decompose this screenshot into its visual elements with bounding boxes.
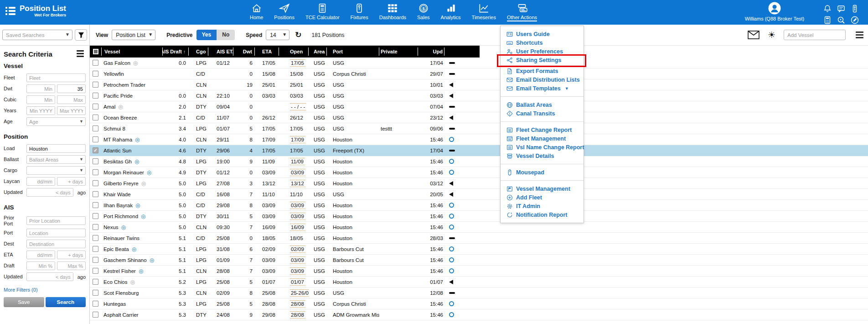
row-checkbox[interactable]: [93, 104, 98, 110]
vessel-cell[interactable]: Asphalt Carrier: [102, 309, 163, 320]
menu-item-add-fleet[interactable]: Add Fleet: [501, 193, 584, 202]
vessel-name[interactable]: Scot Flensburg: [103, 290, 139, 296]
table-row[interactable]: Scot Flensburg5.3CLN02/09825/0825-26/08U…: [90, 287, 868, 298]
table-row[interactable]: Schmui 83.4LPG01/07517/0517/05USGUSGtest…: [90, 123, 868, 134]
vessel-name[interactable]: Port Richmond: [103, 214, 138, 219]
vessel-name[interactable]: Morgan Reinauer: [103, 170, 144, 175]
vessel-cell[interactable]: Eco Chios◎: [102, 277, 163, 287]
vessel-name[interactable]: Epic Beata: [103, 246, 129, 252]
row-checkbox[interactable]: [93, 235, 98, 241]
vessel-cell[interactable]: Gaschem Shinano◎: [102, 255, 163, 266]
column-header-ais-draft[interactable]: AIS Draft↑: [163, 47, 189, 56]
updated-input[interactable]: [26, 272, 73, 281]
view-select[interactable]: Position List ▼: [112, 30, 155, 40]
table-menu-icon[interactable]: [856, 31, 863, 38]
table-row[interactable]: Pacific Pride0.0CLN22:10003/0303/03USGUS…: [90, 90, 868, 101]
row-select-cell[interactable]: [90, 211, 102, 222]
menu-item-shortcuts[interactable]: Shortcuts: [501, 38, 584, 47]
row-checkbox[interactable]: [93, 191, 98, 197]
vessel-cell[interactable]: Scot Flensburg: [102, 287, 163, 298]
row-checkbox[interactable]: [93, 301, 98, 307]
menu-item-ballast-areas[interactable]: Ballast Areas: [501, 100, 584, 109]
menu-item-users-guide[interactable]: Users Guide: [501, 30, 584, 38]
eta-input[interactable]: [57, 251, 86, 259]
column-header-select[interactable]: [90, 47, 102, 56]
row-checkbox[interactable]: ✓: [93, 147, 98, 153]
vessel-name[interactable]: Huntegas: [103, 301, 126, 307]
vessel-cell[interactable]: Besiktas Gh◎: [102, 156, 163, 167]
table-row[interactable]: Epic Beata◎5.1LPG31/08602/0902/09USGBarb…: [90, 244, 868, 255]
cubic-input[interactable]: [57, 95, 86, 104]
vessel-cell[interactable]: Schmui 8: [102, 123, 163, 134]
table-row[interactable]: MT Rahama◎4.0CLN29/11817/0917/09USGHoust…: [90, 134, 868, 145]
updated-input[interactable]: [26, 188, 73, 197]
table-row[interactable]: YellowfinC/D015/0815/08USGCorpus Christi…: [90, 68, 868, 79]
fixtures-quick-icon[interactable]: [851, 5, 859, 15]
row-checkbox[interactable]: [93, 268, 98, 274]
vessel-cell[interactable]: Huntegas: [102, 298, 163, 309]
row-checkbox[interactable]: [93, 82, 98, 88]
row-checkbox[interactable]: [93, 224, 98, 230]
age-select[interactable]: Age▼: [26, 117, 86, 126]
menu-item-sharing-settings[interactable]: Sharing Settings: [501, 56, 584, 64]
table-row[interactable]: Besiktas Gh◎4.8LPG19:00911/0911/09USGHou…: [90, 156, 868, 167]
nav-item-sales[interactable]: $ Sales: [412, 2, 435, 22]
menu-item-export-formats[interactable]: Export Formats: [501, 67, 584, 75]
add-vessel-input[interactable]: [784, 30, 846, 40]
messages-icon[interactable]: [837, 5, 845, 15]
row-checkbox[interactable]: [93, 180, 98, 186]
vessel-cell[interactable]: Petrochem Trader: [102, 79, 163, 90]
years-input[interactable]: [57, 106, 86, 115]
vessel-name[interactable]: Reinauer Twins: [103, 235, 140, 241]
table-row[interactable]: Ocean Breeze2.1C/D11/07026/1226/12USGUSG…: [90, 112, 868, 123]
row-select-cell[interactable]: [90, 101, 102, 112]
brightness-icon[interactable]: ☀: [768, 31, 775, 39]
filter-button[interactable]: [75, 29, 87, 41]
vessel-name[interactable]: MT Rahama: [103, 137, 132, 142]
vessel-cell[interactable]: Ocean Breeze: [102, 112, 163, 123]
row-checkbox[interactable]: [93, 279, 98, 285]
vessel-name[interactable]: Besiktas Gh: [103, 159, 132, 164]
select-all-checkbox[interactable]: [93, 49, 98, 54]
menu-item-vessel-details[interactable]: Vessel Details: [501, 152, 584, 160]
row-checkbox[interactable]: [93, 246, 98, 252]
vessel-cell[interactable]: Gas Falcon◎: [102, 57, 163, 68]
vessel-name[interactable]: Ilhan Bayrak: [103, 203, 133, 208]
user-menu[interactable]: Williams (Q88 Broker Test): [740, 1, 809, 21]
row-select-cell[interactable]: [90, 112, 102, 123]
row-checkbox[interactable]: [93, 158, 98, 164]
row-select-cell[interactable]: [90, 90, 102, 101]
vessel-cell[interactable]: Amal◎: [102, 101, 163, 112]
row-select-cell[interactable]: [90, 79, 102, 90]
cubic-input[interactable]: [26, 95, 55, 104]
row-checkbox[interactable]: [93, 71, 98, 77]
vessel-name[interactable]: Atlantic Sun: [103, 148, 131, 153]
table-row[interactable]: Eco Chios◎5.2LPG25/08501/0701/07USGHoust…: [90, 277, 868, 287]
table-row[interactable]: Ilhan Bayrak◎5.0C/D29/08803/0903/09USGHo…: [90, 200, 868, 211]
menu-item-vsl-name-change-report[interactable]: Vsl Name Change Report: [501, 143, 584, 152]
laycan-input[interactable]: [57, 177, 86, 186]
nav-item-timeseries[interactable]: Timeseries: [466, 2, 501, 22]
menu-item-notification-report[interactable]: Notification Report: [501, 210, 584, 219]
menu-item-fleet-change-report[interactable]: Fleet Change Report: [501, 125, 584, 134]
row-checkbox[interactable]: [93, 202, 98, 208]
row-checkbox[interactable]: [93, 60, 98, 66]
vessel-name[interactable]: Kestrel Fisher: [103, 268, 136, 274]
menu-item-vessel-management[interactable]: Vessel Management: [501, 184, 584, 193]
dest-input[interactable]: [26, 240, 86, 248]
nav-item-fixtures[interactable]: Fixtures: [345, 2, 374, 22]
refresh-icon[interactable]: ↻: [295, 30, 301, 40]
table-row[interactable]: ✓Atlantic Sun4.6DTY29/06417/0517/05USGFr…: [90, 145, 868, 156]
predictive-no[interactable]: No: [217, 30, 235, 40]
row-select-cell[interactable]: [90, 57, 102, 68]
dwt-input[interactable]: [26, 84, 55, 93]
vessel-name[interactable]: Petrochem Trader: [103, 82, 145, 88]
email-icon[interactable]: [748, 31, 760, 39]
vessel-cell[interactable]: MT Rahama◎: [102, 134, 163, 145]
vessel-cell[interactable]: Morgan Reinauer◎: [102, 167, 163, 178]
menu-item-email-templates[interactable]: Email Templates▼: [501, 84, 584, 93]
nav-item-positions[interactable]: Positions: [269, 2, 300, 22]
years-input[interactable]: [26, 106, 55, 115]
row-select-cell[interactable]: ✓: [90, 145, 102, 156]
draft-input[interactable]: [26, 261, 55, 270]
